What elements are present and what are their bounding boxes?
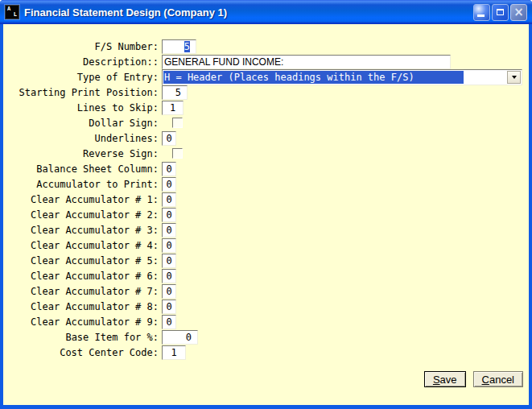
clear-accumulator-2-value: 0 [166,209,171,221]
cancel-button-label: Cancel [482,374,514,386]
lines-to-skip-value: 1 [170,102,175,114]
window-controls: × [473,4,527,21]
clear-accumulator-9-input[interactable]: 0 [162,315,176,329]
clear-accumulator-1-label: Clear Accumulator # 1: [3,194,159,205]
form-row-lines-to-skip: Lines to Skip:1 [3,100,529,115]
underlines-input[interactable]: 0 [162,131,176,146]
cost-center-code-label: Cost Center Code: [3,347,159,358]
description-label: Description:: [3,56,159,68]
form-row-clear-accumulator-2: Clear Accumulator # 2:0 [3,207,529,222]
form-row-clear-accumulator-3: Clear Accumulator # 3:0 [3,222,529,238]
window-title: Financial Statement Design (Company 1) [24,6,473,19]
save-button-label: Save [433,374,457,386]
clear-accumulator-3-value: 0 [166,225,171,236]
save-button[interactable]: Save [424,371,466,387]
clear-accumulator-1-value: 0 [166,194,171,205]
form-row-clear-accumulator-9: Clear Accumulator # 9:0 [3,314,529,329]
description-input[interactable]: GENERAL FUND INCOME: [162,55,451,69]
dollar-sign-label: Dollar Sign: [3,118,159,129]
form-row-fs-number: F/S Number:5 [3,39,529,54]
lines-to-skip-input[interactable]: 1 [162,101,184,115]
fs-number-input[interactable]: 5 [162,39,196,54]
type-of-entry-label: Type of Entry: [3,72,159,83]
clear-accumulator-4-input[interactable]: 0 [162,238,176,253]
close-button[interactable]: × [510,4,527,21]
clear-accumulator-3-label: Clear Accumulator # 3: [3,225,159,236]
form-area: F/S Number:5Description::GENERAL FUND IN… [3,24,529,405]
accumulator-to-print-label: Accumulator to Print: [3,179,159,190]
clear-accumulator-6-input[interactable]: 0 [162,269,176,283]
base-item-for-percent-label: Base Item for %: [3,332,159,343]
form-row-clear-accumulator-1: Clear Accumulator # 1:0 [3,192,529,207]
accumulator-to-print-input[interactable]: 0 [162,177,176,192]
minimize-button[interactable] [473,4,490,21]
clear-accumulator-6-value: 0 [166,271,171,282]
titlebar[interactable]: A L Financial Statement Design (Company … [0,0,532,24]
underlines-value: 0 [166,133,171,144]
clear-accumulator-3-input[interactable]: 0 [162,223,176,238]
close-icon: × [513,6,524,19]
clear-accumulator-2-input[interactable]: 0 [162,208,176,222]
action-buttons: Save Cancel [424,371,523,387]
app-icon: A L [5,5,19,19]
clear-accumulator-7-label: Clear Accumulator # 7: [3,286,159,297]
dollar-sign-checkbox[interactable] [172,118,183,128]
balance-sheet-column-input[interactable]: 0 [162,162,176,176]
clear-accumulator-4-label: Clear Accumulator # 4: [3,240,159,251]
description-value: GENERAL FUND INCOME: [164,56,283,68]
form-row-description: Description::GENERAL FUND INCOME: [3,54,529,69]
clear-accumulator-4-value: 0 [166,240,171,251]
starting-print-position-value: 5 [175,87,181,98]
starting-print-position-label: Starting Print Position: [3,87,159,98]
minimize-icon [477,14,485,17]
form-row-underlines: Underlines:0 [3,130,529,146]
clear-accumulator-5-input[interactable]: 0 [162,254,176,268]
clear-accumulator-7-value: 0 [166,286,171,297]
accumulator-to-print-value: 0 [166,179,171,190]
fs-number-label: F/S Number: [3,41,159,52]
form-row-clear-accumulator-7: Clear Accumulator # 7:0 [3,283,529,299]
form-row-base-item-for-percent: Base Item for %:0 [3,329,529,345]
form-row-cost-center-code: Cost Center Code:1 [3,345,529,360]
form-row-reverse-sign: Reverse Sign: [3,146,529,161]
form-fields: F/S Number:5Description::GENERAL FUND IN… [3,39,529,360]
clear-accumulator-9-label: Clear Accumulator # 9: [3,316,159,328]
clear-accumulator-9-value: 0 [166,316,171,328]
type-of-entry-select[interactable]: H = Header (Places headings within the F… [162,69,522,85]
fs-number-value: 5 [184,41,190,52]
dialog-window: A L Financial Statement Design (Company … [0,0,532,409]
form-row-type-of-entry: Type of Entry:H = Header (Places heading… [3,69,529,85]
form-row-dollar-sign: Dollar Sign: [3,115,529,130]
clear-accumulator-5-label: Clear Accumulator # 5: [3,255,159,266]
maximize-icon [497,9,504,15]
type-of-entry-value: H = Header (Places headings within the F… [163,71,464,84]
clear-accumulator-8-value: 0 [166,301,171,312]
clear-accumulator-5-value: 0 [166,255,171,266]
clear-accumulator-2-label: Clear Accumulator # 2: [3,209,159,221]
base-item-for-percent-value: 0 [186,332,192,343]
reverse-sign-label: Reverse Sign: [3,148,159,159]
underlines-label: Underlines: [3,133,159,144]
clear-accumulator-8-label: Clear Accumulator # 8: [3,301,159,312]
clear-accumulator-7-input[interactable]: 0 [162,284,176,299]
form-row-clear-accumulator-6: Clear Accumulator # 6:0 [3,268,529,283]
maximize-button[interactable] [492,4,509,21]
clear-accumulator-8-input[interactable]: 0 [162,300,176,314]
form-row-clear-accumulator-5: Clear Accumulator # 5:0 [3,253,529,268]
cost-center-code-value: 1 [171,347,176,358]
form-row-starting-print-position: Starting Print Position:5 [3,85,529,100]
reverse-sign-checkbox[interactable] [172,148,183,159]
cost-center-code-input[interactable]: 1 [162,345,186,360]
form-row-clear-accumulator-4: Clear Accumulator # 4:0 [3,238,529,253]
balance-sheet-column-label: Balance Sheet Column: [3,163,159,175]
lines-to-skip-label: Lines to Skip: [3,102,159,114]
chevron-down-icon[interactable] [507,71,521,84]
starting-print-position-input[interactable]: 5 [162,85,188,100]
form-row-clear-accumulator-8: Clear Accumulator # 8:0 [3,299,529,314]
clear-accumulator-6-label: Clear Accumulator # 6: [3,271,159,282]
clear-accumulator-1-input[interactable]: 0 [162,192,176,207]
balance-sheet-column-value: 0 [166,163,171,175]
form-row-balance-sheet-column: Balance Sheet Column:0 [3,161,529,176]
cancel-button[interactable]: Cancel [473,371,523,387]
base-item-for-percent-input[interactable]: 0 [162,330,198,345]
